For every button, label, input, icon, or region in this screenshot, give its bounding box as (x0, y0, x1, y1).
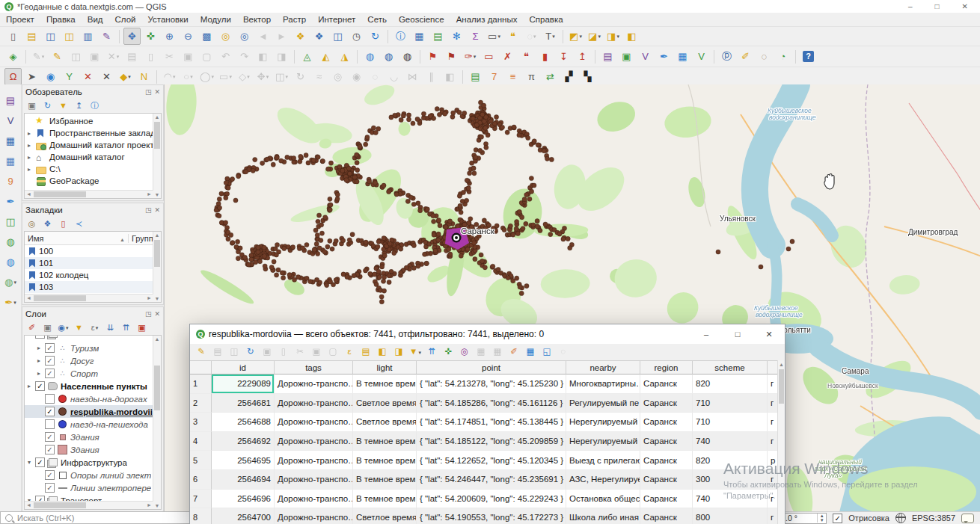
attr-cell-light[interactable]: В темное врем… (353, 490, 417, 509)
bookmark-row[interactable]: 101 (25, 257, 161, 269)
web-update-button[interactable]: ◍ (380, 48, 397, 65)
attr-cell-id[interactable]: 2564681 (212, 394, 275, 413)
attr-cell-region[interactable]: Саранск (640, 432, 693, 451)
open-attribute-table-button[interactable]: ▦ (411, 28, 428, 45)
current-edits-dropdown[interactable]: ▾ (42, 54, 45, 59)
disable-snapping-button[interactable]: ✕ (98, 68, 115, 85)
redline-line-button[interactable]: ⚑ (443, 48, 460, 65)
attr-table-row[interactable]: 72564696Дорожно-транспо…В темное врем…{ … (190, 490, 785, 509)
expand-icon[interactable]: ▸ (28, 166, 35, 173)
filter-rows-button[interactable]: ▼▾ (408, 345, 423, 360)
attr-table-row[interactable]: 42564692Дорожно-транспо…В темное врем…{ … (190, 432, 785, 451)
select-by-expression-button[interactable]: ε (342, 345, 357, 360)
pan-to-selection-button[interactable]: ✜ (142, 28, 159, 45)
add-raster-layer-button[interactable]: ▦ (2, 132, 19, 150)
menu-item-0[interactable]: Проект (0, 13, 40, 26)
menu-item-2[interactable]: Вид (82, 13, 109, 26)
layer-item-здания[interactable]: ✓Здания (25, 443, 161, 456)
attribute-table-vscrollbar[interactable]: ▲ (777, 360, 785, 524)
browser-item[interactable]: Избранное (25, 115, 161, 127)
add-spatialite-layer-button[interactable]: ✒ (2, 193, 19, 210)
attr-cell-scheme[interactable]: 800 (693, 508, 768, 524)
time-manager-button[interactable]: ◔ (774, 48, 791, 65)
identify-features-button[interactable]: ⓘ (392, 28, 409, 45)
menu-item-11[interactable]: Анализ данных (450, 13, 524, 26)
zoom-to-selected-button[interactable]: ◎ (457, 345, 472, 360)
layers-vscrollbar[interactable]: ▲▼ (153, 336, 161, 509)
zoom-in-button[interactable]: ⊕ (161, 28, 178, 45)
maximize-button[interactable]: □ (935, 2, 940, 10)
bookmarks-hscrollbar[interactable]: ◄► (25, 294, 153, 302)
topology-rules-button[interactable]: ◭ (317, 48, 334, 65)
attr-cell-n[interactable]: 1 (190, 374, 212, 394)
menu-item-1[interactable]: Правка (40, 13, 82, 26)
menu-item-12[interactable]: Справка (523, 13, 569, 26)
overview-panel-button[interactable]: ▤ (467, 68, 484, 85)
deselect-all-rows-button[interactable]: ◨ (391, 345, 406, 360)
attr-cell-n[interactable]: 8 (190, 508, 212, 524)
attr-cell-nearby[interactable]: Остановка общес… (566, 490, 640, 509)
layer-lines-button[interactable]: ≡ (504, 68, 521, 85)
browser-item[interactable]: GeoPackage (25, 175, 161, 187)
layers-close-icon[interactable]: ✕ (154, 310, 160, 318)
add-layer-group-button[interactable]: ▤ (599, 48, 616, 65)
attr-cell-tags[interactable]: Дорожно-транспо… (275, 432, 353, 451)
attr-cell-point[interactable]: { "lat": 54.185286, "long": 45.161126 } (417, 394, 566, 413)
new-map-view-button[interactable]: ◫ (329, 28, 346, 45)
text-annotation-button[interactable]: T▾ (542, 28, 559, 45)
plugin-builder-button[interactable]: ✐ (737, 48, 754, 65)
attr-cell-point[interactable]: { "lat": 54.246447, "long": 45.235691 } (417, 470, 566, 490)
check-geometries-button[interactable]: ◬ (298, 48, 316, 65)
reload-table-button[interactable]: ↻ (243, 345, 258, 360)
attr-table-row[interactable]: 22564681Дорожно-транспо…Светлое время…{ … (190, 394, 785, 413)
add-wfs-layer-button[interactable]: ◍▾ (2, 274, 19, 291)
manage-map-themes-dropdown[interactable]: ▾ (66, 325, 69, 330)
redline-comment-button[interactable]: ❝ (518, 48, 535, 65)
bookmark-row[interactable]: 103 (25, 281, 161, 293)
layer-item[interactable]: ✓ (25, 336, 161, 342)
move-feature-dropdown[interactable]: ▾ (266, 74, 269, 79)
zoom-to-layer-button[interactable]: ◎ (236, 28, 253, 45)
measure-line-button[interactable]: ▭▾ (486, 28, 503, 45)
attr-maximize-button[interactable]: □ (722, 324, 753, 344)
menu-item-5[interactable]: Модули (195, 13, 237, 26)
attr-table-row[interactable]: 62564694Дорожно-транспо…В темное врем…{ … (190, 470, 785, 490)
attr-cell-id[interactable]: 2564700 (212, 508, 275, 524)
osm-place-search-dropdown[interactable]: ▾ (533, 34, 536, 39)
collapse-all-layers-button[interactable]: ⇈ (119, 321, 133, 335)
plugin-search-button[interactable]: ◌ (756, 48, 773, 65)
layer-item-спорт[interactable]: ▸✓∴Спорт (25, 367, 161, 380)
attr-cell-scheme[interactable]: 820 (693, 451, 768, 470)
delete-bookmark-button[interactable]: ▯ (56, 217, 70, 231)
attr-column-light[interactable]: light (353, 361, 417, 374)
attr-cell-light[interactable]: Светлое время… (353, 508, 417, 524)
layer-item-населенные-пункты[interactable]: ▸✓Населенные пункты (25, 380, 161, 392)
attr-table-row[interactable]: 82564700Дорожно-транспо…Светлое время…{ … (190, 508, 785, 524)
attr-cell-light[interactable]: В темное врем… (353, 374, 417, 394)
attr-cell-scheme[interactable]: 740 (693, 490, 768, 509)
expand-icon[interactable]: ▸ (28, 154, 35, 161)
select-features-button[interactable]: ◩▾ (567, 28, 584, 45)
copy-move-feature-dropdown[interactable]: ▾ (285, 74, 288, 79)
pan-map-button[interactable]: ✥ (123, 28, 141, 45)
layer-visibility-checkbox[interactable]: ✓ (45, 369, 55, 378)
expand-icon[interactable]: ▸ (28, 130, 35, 137)
attr-cell-nearby[interactable]: Нерегулируемый … (566, 432, 640, 451)
attr-column-region[interactable]: region (640, 361, 693, 374)
browser-hscrollbar[interactable]: ◄► (25, 190, 153, 198)
attr-cell-region[interactable]: Саранск (640, 470, 693, 490)
enable-snapping-button[interactable]: Ω (4, 68, 22, 85)
deselect-features-button[interactable]: ◨▾ (604, 28, 622, 45)
layer-visibility-checkbox[interactable] (45, 394, 55, 404)
bookmarks-undock-icon[interactable]: ◳ (145, 206, 152, 214)
filter-browser-button[interactable]: ▼ (56, 99, 70, 113)
layer-item-туризм[interactable]: ▸✓∴Туризм (25, 342, 161, 354)
refresh-browser-button[interactable]: ↻ (40, 99, 55, 113)
processing-toolbox-button[interactable]: ✻ (448, 28, 465, 45)
zoom-out-button[interactable]: ⊖ (180, 28, 197, 45)
layer-visibility-checkbox[interactable]: ✓ (45, 343, 55, 353)
open-data-source-manager-button[interactable]: ▤ (2, 92, 19, 109)
attr-column-id[interactable]: id (212, 361, 275, 374)
layer-item-наезд-на-пешехода[interactable]: наезд-на-пешехода (25, 418, 161, 431)
attr-cell-region[interactable]: Саранск (640, 451, 693, 470)
